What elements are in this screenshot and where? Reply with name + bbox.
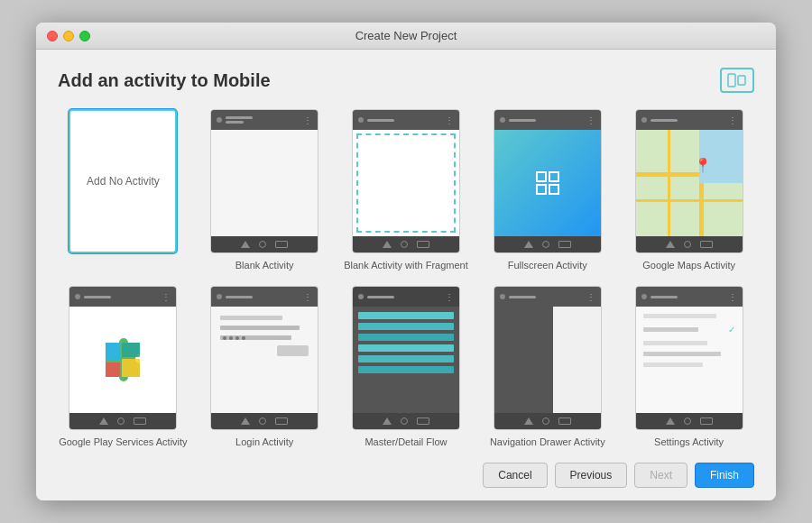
activity-card-nav-drawer[interactable]: ⋮ [494,286,602,430]
activity-label-gps: Google Play Services Activity [59,436,187,448]
activity-item-login[interactable]: ⋮ [199,286,330,452]
main-window: Create New Project Add an activity to Mo… [36,23,776,500]
dialog-footer: Cancel Previous Next Finish [58,452,754,488]
activity-card-fullscreen[interactable]: ⋮ [494,109,602,253]
svg-rect-0 [728,74,735,87]
activity-card-settings[interactable]: ⋮ ✓ [635,286,743,430]
minimize-button[interactable] [63,31,74,41]
activity-label-blank-fragment: Blank Activity with Fragment [344,259,468,271]
activities-grid: Add No Activity ⋮ [58,109,754,452]
window-title: Create New Project [355,29,457,42]
activity-label-nav-drawer: Navigation Drawer Activity [490,436,605,448]
activity-card-blank[interactable]: ⋮ [210,109,318,253]
close-button[interactable] [47,31,58,41]
page-header: Add an activity to Mobile [58,68,754,93]
activity-item-blank-fragment[interactable]: ⋮ Blank Activity with Fragment [341,109,472,275]
svg-rect-9 [122,359,140,377]
activity-card-google-maps[interactable]: ⋮ 📍 [635,109,743,253]
svg-rect-8 [122,343,140,357]
activity-card-master-detail[interactable]: ⋮ [352,286,460,430]
activity-item-nav-drawer[interactable]: ⋮ Navigation Drawer Activity [482,286,613,452]
activity-label-google-maps: Google Maps Activity [642,259,735,271]
activity-item-google-maps[interactable]: ⋮ 📍 [623,109,754,275]
activity-label-settings: Settings Activity [654,436,724,448]
add-none-label: Add No Activity [87,175,160,188]
activity-label-fullscreen: Fullscreen Activity [508,259,587,271]
activity-label-login: Login Activity [235,436,293,448]
maximize-button[interactable] [79,31,90,41]
activity-card-login[interactable]: ⋮ [210,286,318,430]
mobile-icon [720,68,754,93]
activity-item-blank[interactable]: ⋮ Blank Activity [199,109,330,275]
activity-item-gps[interactable]: ⋮ [58,286,189,452]
next-button[interactable]: Next [634,463,687,488]
activity-item-settings[interactable]: ⋮ ✓ [623,286,754,452]
svg-rect-6 [106,343,120,361]
activity-card-blank-fragment[interactable]: ⋮ [352,109,460,253]
page-title: Add an activity to Mobile [58,70,271,91]
content-area: Add an activity to Mobile Add No Activit… [36,50,776,500]
activity-label-blank: Blank Activity [235,259,294,271]
activity-item-master-detail[interactable]: ⋮ Master/De [341,286,472,452]
activity-label-master-detail: Master/Detail Flow [364,436,447,448]
finish-button[interactable]: Finish [695,463,754,488]
activity-item-fullscreen[interactable]: ⋮ F [482,109,613,275]
svg-rect-7 [106,362,120,377]
svg-rect-4 [537,185,546,194]
activity-card-gps[interactable]: ⋮ [69,286,177,430]
svg-rect-1 [738,76,745,85]
activity-item-add-none[interactable]: Add No Activity [58,109,189,275]
previous-button[interactable]: Previous [555,463,628,488]
cancel-button[interactable]: Cancel [483,463,547,488]
activity-card-add-none[interactable]: Add No Activity [69,109,177,253]
svg-rect-3 [549,172,558,181]
traffic-lights [47,31,90,41]
svg-rect-2 [537,172,546,181]
title-bar: Create New Project [36,23,776,50]
svg-rect-5 [549,185,558,194]
